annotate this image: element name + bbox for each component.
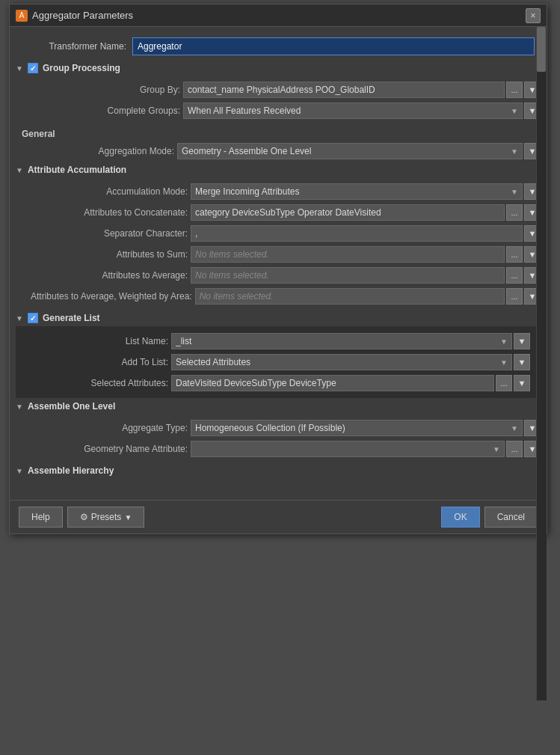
group-processing-label: Group Processing xyxy=(43,63,120,73)
add-to-list-label: Add To List: xyxy=(26,357,168,367)
average-field[interactable]: No items selected. xyxy=(191,267,505,284)
aggregation-mode-label: Aggregation Mode: xyxy=(25,146,174,156)
assemble-one-arrow: ▼ xyxy=(16,403,23,411)
group-processing-content: Group By: contact_name PhysicalAddress P… xyxy=(10,76,547,124)
complete-groups-dropdown[interactable]: When All Features Received ▼ xyxy=(183,103,523,119)
ok-button[interactable]: OK xyxy=(441,507,479,528)
add-to-list-dropdown[interactable]: Selected Attributes ▼ xyxy=(171,354,512,370)
average-label: Attributes to Average: xyxy=(31,270,188,281)
scrollbar-thumb[interactable] xyxy=(537,27,546,72)
group-by-row: Group By: contact_name PhysicalAddress P… xyxy=(25,79,547,100)
sum-value: No items selected. ... ▼ xyxy=(191,246,541,263)
average-row: Attributes to Average: No items selected… xyxy=(25,265,547,286)
add-to-list-extra-btn[interactable]: ▼ xyxy=(514,354,530,370)
aggregate-type-value: Homogeneous Collection (If Possible) ▼ ▼ xyxy=(191,420,541,436)
aggregate-type-dropdown[interactable]: Homogeneous Collection (If Possible) ▼ xyxy=(191,420,523,436)
sum-field[interactable]: No items selected. xyxy=(191,246,505,263)
geom-name-browse-btn[interactable]: ... xyxy=(506,441,523,457)
selected-attrs-label: Selected Attributes: xyxy=(26,378,168,388)
transformer-name-label: Transformer Name: xyxy=(22,41,126,52)
scrollbar-track[interactable] xyxy=(536,27,547,700)
generate-list-content: List Name: _list ▼ ▼ Add To List: Select… xyxy=(16,326,541,398)
group-by-browse-btn[interactable]: ... xyxy=(506,82,523,98)
transformer-name-row: Transformer Name: xyxy=(10,33,547,60)
average-value: No items selected. ... ▼ xyxy=(191,267,541,284)
concat-browse-btn[interactable]: ... xyxy=(506,204,523,221)
aggregation-mode-dropdown[interactable]: Geometry - Assemble One Level ▼ xyxy=(177,143,523,159)
attr-accum-label: Attribute Accumulation xyxy=(28,165,126,175)
geom-name-attr-dropdown[interactable]: ▼ xyxy=(191,441,505,457)
generate-list-checkbox[interactable]: ✓ xyxy=(28,313,38,323)
list-name-extra-btn[interactable]: ▼ xyxy=(514,333,530,349)
complete-groups-row: Complete Groups: When All Features Recei… xyxy=(25,100,547,121)
sum-row: Attributes to Sum: No items selected. ..… xyxy=(25,244,547,265)
add-to-list-row: Add To List: Selected Attributes ▼ ▼ xyxy=(20,352,536,373)
selected-attrs-browse-btn[interactable]: ... xyxy=(496,375,512,391)
add-to-list-value: Selected Attributes ▼ ▼ xyxy=(171,354,530,370)
separator-row: Separator Character: ▼ xyxy=(25,223,547,244)
sum-browse-btn[interactable]: ... xyxy=(506,246,523,263)
group-processing-header[interactable]: ▼ ✓ Group Processing xyxy=(10,60,547,76)
complete-groups-label: Complete Groups: xyxy=(31,106,180,116)
gen-list-arrow: ▼ xyxy=(16,314,23,323)
assemble-hierarchy-header[interactable]: ▼ Assemble Hierarchy xyxy=(10,462,547,479)
attribute-accumulation-header[interactable]: ▼ Attribute Accumulation xyxy=(10,162,547,178)
accum-mode-dropdown[interactable]: Merge Incoming Attributes ▼ xyxy=(191,183,523,200)
assemble-one-level-header[interactable]: ▼ Assemble One Level xyxy=(10,398,547,415)
group-by-label: Group By: xyxy=(31,85,180,95)
dialog-icon: A xyxy=(16,10,28,22)
complete-groups-value: When All Features Received ▼ ▼ xyxy=(183,103,541,119)
selected-attrs-value: DateVisited DeviceSubType DeviceType ...… xyxy=(171,375,530,391)
help-button[interactable]: Help xyxy=(19,507,63,528)
selected-attrs-extra-btn[interactable]: ▼ xyxy=(514,375,530,391)
general-section-label: General xyxy=(10,124,547,141)
generate-list-header[interactable]: ▼ ✓ Generate List xyxy=(10,310,547,326)
concat-field[interactable]: category DeviceSubType Operator DateVisi… xyxy=(191,204,505,221)
group-by-field[interactable]: contact_name PhysicalAddress POO_GlobalI… xyxy=(183,82,505,98)
avg-weighted-row: Attributes to Average, Weighted by Area:… xyxy=(25,286,547,307)
list-name-dropdown[interactable]: _list ▼ xyxy=(171,333,512,349)
attr-accum-arrow: ▼ xyxy=(16,166,23,174)
accum-mode-value: Merge Incoming Attributes ▼ ▼ xyxy=(191,183,541,200)
bottom-right-buttons: OK Cancel xyxy=(441,507,538,528)
group-processing-checkbox[interactable]: ✓ xyxy=(28,63,38,73)
attribute-accumulation-content: Accumulation Mode: Merge Incoming Attrib… xyxy=(10,178,547,310)
geom-name-attr-value: ▼ ... ▼ xyxy=(191,441,541,457)
avg-weighted-field[interactable]: No items selected. xyxy=(195,288,505,305)
transformer-name-input[interactable] xyxy=(132,37,535,55)
avg-weighted-browse-btn[interactable]: ... xyxy=(506,288,523,305)
assemble-hier-label: Assemble Hierarchy xyxy=(28,465,114,476)
aggregate-type-label: Aggregate Type: xyxy=(31,423,188,433)
sum-label: Attributes to Sum: xyxy=(31,249,188,260)
list-name-row: List Name: _list ▼ ▼ xyxy=(20,331,536,352)
presets-arrow: ▼ xyxy=(124,513,132,522)
concat-row: Attributes to Concatenate: category Devi… xyxy=(25,202,547,223)
separator-input[interactable] xyxy=(191,225,523,242)
list-name-value: _list ▼ ▼ xyxy=(171,333,530,349)
separator-value: ▼ xyxy=(191,225,541,242)
group-by-value: contact_name PhysicalAddress POO_GlobalI… xyxy=(183,82,541,98)
separator-label: Separator Character: xyxy=(31,228,188,239)
accum-mode-label: Accumulation Mode: xyxy=(31,186,188,197)
assemble-one-label: Assemble One Level xyxy=(28,401,115,412)
bottom-left-buttons: Help ⚙ Presets ▼ xyxy=(19,507,144,528)
cancel-button[interactable]: Cancel xyxy=(484,507,538,528)
selected-attrs-field[interactable]: DateVisited DeviceSubType DeviceType xyxy=(171,375,494,391)
concat-label: Attributes to Concatenate: xyxy=(31,207,188,218)
generate-list-label: Generate List xyxy=(43,313,100,323)
close-button[interactable]: × xyxy=(526,8,541,23)
presets-button[interactable]: ⚙ Presets ▼ xyxy=(67,507,145,528)
avg-weighted-label: Attributes to Average, Weighted by Area: xyxy=(31,291,192,302)
aggregation-mode-value: Geometry - Assemble One Level ▼ ▼ xyxy=(177,143,541,159)
aggregation-mode-row: Aggregation Mode: Geometry - Assemble On… xyxy=(10,141,547,162)
presets-icon: ⚙ xyxy=(80,512,88,522)
assemble-hier-arrow: ▼ xyxy=(16,467,23,475)
aggregate-type-row: Aggregate Type: Homogeneous Collection (… xyxy=(25,418,547,438)
selected-attrs-row: Selected Attributes: DateVisited DeviceS… xyxy=(20,373,536,394)
group-processing-arrow: ▼ xyxy=(16,64,23,73)
list-name-label: List Name: xyxy=(26,336,168,346)
dialog-content: Transformer Name: ▼ ✓ Group Processing G… xyxy=(10,27,547,500)
average-browse-btn[interactable]: ... xyxy=(506,267,523,284)
presets-label: Presets xyxy=(91,512,122,522)
dialog-title: Aggregator Parameters xyxy=(32,10,133,21)
